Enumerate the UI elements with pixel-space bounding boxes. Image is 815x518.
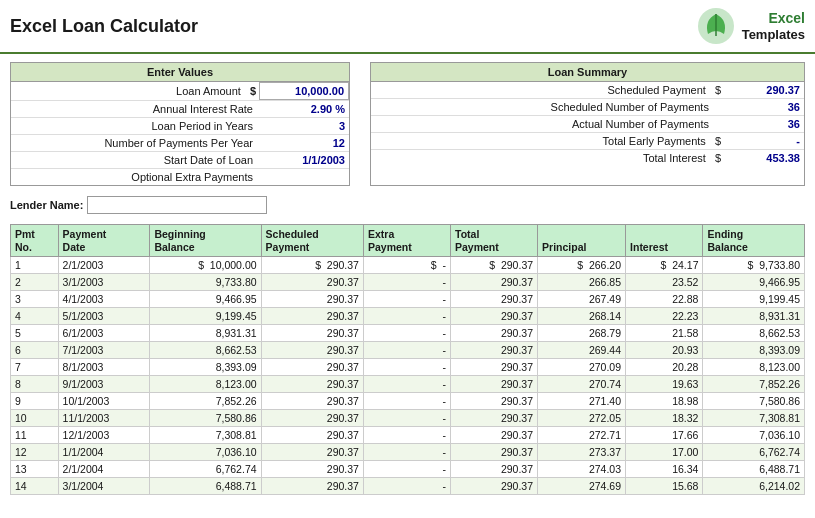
cell-pmt: 13 xyxy=(11,461,59,478)
interest-rate-value[interactable]: 2.90 % xyxy=(259,101,349,117)
col-pmt-no: PmtNo. xyxy=(11,225,59,257)
cell-sched: 290.37 xyxy=(261,427,363,444)
cell-beg-bal: 9,733.80 xyxy=(150,274,261,291)
cell-total: 290.37 xyxy=(451,427,538,444)
actual-num-dollar xyxy=(715,116,724,132)
cell-total: 290.37 xyxy=(451,478,538,495)
cell-end-bal: 9,466.95 xyxy=(703,274,805,291)
cell-end-bal: 6,214.02 xyxy=(703,478,805,495)
cell-prin: 270.74 xyxy=(538,376,626,393)
cell-extra: - xyxy=(363,444,450,461)
cell-sched: 290.37 xyxy=(261,308,363,325)
cell-end-bal: 8,393.09 xyxy=(703,342,805,359)
cell-end-bal: 9,199.45 xyxy=(703,291,805,308)
table-row: 7 8/1/2003 8,393.09 290.37 - 290.37 270.… xyxy=(11,359,805,376)
cell-date: 2/1/2003 xyxy=(58,257,150,274)
table-row: 4 5/1/2003 9,199.45 290.37 - 290.37 268.… xyxy=(11,308,805,325)
col-beginning-balance: BeginningBalance xyxy=(150,225,261,257)
cell-extra: - xyxy=(363,325,450,342)
app-title: Excel Loan Calculator xyxy=(10,16,198,37)
cell-pmt: 11 xyxy=(11,427,59,444)
cell-extra: - xyxy=(363,427,450,444)
cell-prin: 272.71 xyxy=(538,427,626,444)
start-date-row: Start Date of Loan 1/1/2003 xyxy=(11,152,349,169)
scheduled-payment-label: Scheduled Payment xyxy=(371,82,712,98)
table-row: 14 3/1/2004 6,488.71 290.37 - 290.37 274… xyxy=(11,478,805,495)
cell-date: 3/1/2003 xyxy=(58,274,150,291)
cell-total: 290.37 xyxy=(451,359,538,376)
cell-date: 1/1/2004 xyxy=(58,444,150,461)
cell-beg-bal: 7,580.86 xyxy=(150,410,261,427)
table-row: 6 7/1/2003 8,662.53 290.37 - 290.37 269.… xyxy=(11,342,805,359)
cell-int: 18.98 xyxy=(626,393,703,410)
start-date-value[interactable]: 1/1/2003 xyxy=(259,152,349,168)
col-total-payment: TotalPayment xyxy=(451,225,538,257)
cell-prin: 272.05 xyxy=(538,410,626,427)
cell-end-bal: 7,308.81 xyxy=(703,410,805,427)
payments-per-year-value[interactable]: 12 xyxy=(259,135,349,151)
cell-end-bal: 8,123.00 xyxy=(703,359,805,376)
loan-amount-value[interactable]: 10,000.00 xyxy=(259,82,349,100)
cell-date: 3/1/2004 xyxy=(58,478,150,495)
extra-payments-label: Optional Extra Payments xyxy=(11,169,259,185)
cell-sched: 290.37 xyxy=(261,325,363,342)
scheduled-payment-dollar: $ xyxy=(712,82,724,98)
table-row: 12 1/1/2004 7,036.10 290.37 - 290.37 273… xyxy=(11,444,805,461)
total-interest-label: Total Interest xyxy=(371,150,712,166)
cell-sched: 290.37 xyxy=(261,291,363,308)
loan-amount-label: Loan Amount xyxy=(11,83,247,99)
cell-int: 17.66 xyxy=(626,427,703,444)
cell-extra: - xyxy=(363,291,450,308)
logo-templates: Templates xyxy=(742,27,805,43)
interest-rate-label: Annual Interest Rate xyxy=(11,101,259,117)
scheduled-num-row: Scheduled Number of Payments 36 xyxy=(371,99,804,116)
cell-int: 20.28 xyxy=(626,359,703,376)
cell-prin: $ 266.20 xyxy=(538,257,626,274)
cell-total: 290.37 xyxy=(451,376,538,393)
cell-end-bal: 8,662.53 xyxy=(703,325,805,342)
cell-pmt: 12 xyxy=(11,444,59,461)
cell-prin: 268.79 xyxy=(538,325,626,342)
col-ending-balance: EndingBalance xyxy=(703,225,805,257)
cell-int: 19.63 xyxy=(626,376,703,393)
cell-prin: 266.85 xyxy=(538,274,626,291)
loan-period-value[interactable]: 3 xyxy=(259,118,349,134)
cell-pmt: 14 xyxy=(11,478,59,495)
payments-per-year-row: Number of Payments Per Year 12 xyxy=(11,135,349,152)
cell-int: 21.58 xyxy=(626,325,703,342)
cell-int: 15.68 xyxy=(626,478,703,495)
total-early-value: - xyxy=(724,133,804,149)
cell-prin: 268.14 xyxy=(538,308,626,325)
cell-sched: 290.37 xyxy=(261,359,363,376)
cell-extra: - xyxy=(363,359,450,376)
cell-sched: 290.37 xyxy=(261,461,363,478)
logo-excel: Excel xyxy=(742,10,805,27)
cell-pmt: 6 xyxy=(11,342,59,359)
table-row: 8 9/1/2003 8,123.00 290.37 - 290.37 270.… xyxy=(11,376,805,393)
cell-total: 290.37 xyxy=(451,291,538,308)
cell-pmt: 3 xyxy=(11,291,59,308)
cell-date: 11/1/2003 xyxy=(58,410,150,427)
cell-beg-bal: $ 10,000.00 xyxy=(150,257,261,274)
panels: Enter Values Loan Amount $ 10,000.00 Ann… xyxy=(10,62,805,186)
extra-payments-value[interactable] xyxy=(259,175,349,179)
col-extra-payment: ExtraPayment xyxy=(363,225,450,257)
cell-total: 290.37 xyxy=(451,308,538,325)
cell-int: 22.23 xyxy=(626,308,703,325)
table-row: 11 12/1/2003 7,308.81 290.37 - 290.37 27… xyxy=(11,427,805,444)
cell-total: 290.37 xyxy=(451,274,538,291)
cell-prin: 273.37 xyxy=(538,444,626,461)
scheduled-payment-row: Scheduled Payment $ 290.37 xyxy=(371,82,804,99)
cell-date: 8/1/2003 xyxy=(58,359,150,376)
cell-pmt: 5 xyxy=(11,325,59,342)
actual-num-value: 36 xyxy=(724,116,804,132)
cell-extra: $ - xyxy=(363,257,450,274)
cell-end-bal: 7,036.10 xyxy=(703,427,805,444)
total-early-row: Total Early Payments $ - xyxy=(371,133,804,150)
cell-extra: - xyxy=(363,376,450,393)
lender-input[interactable] xyxy=(87,196,267,214)
col-payment-date: PaymentDate xyxy=(58,225,150,257)
cell-beg-bal: 8,123.00 xyxy=(150,376,261,393)
cell-sched: 290.37 xyxy=(261,274,363,291)
interest-rate-row: Annual Interest Rate 2.90 % xyxy=(11,101,349,118)
